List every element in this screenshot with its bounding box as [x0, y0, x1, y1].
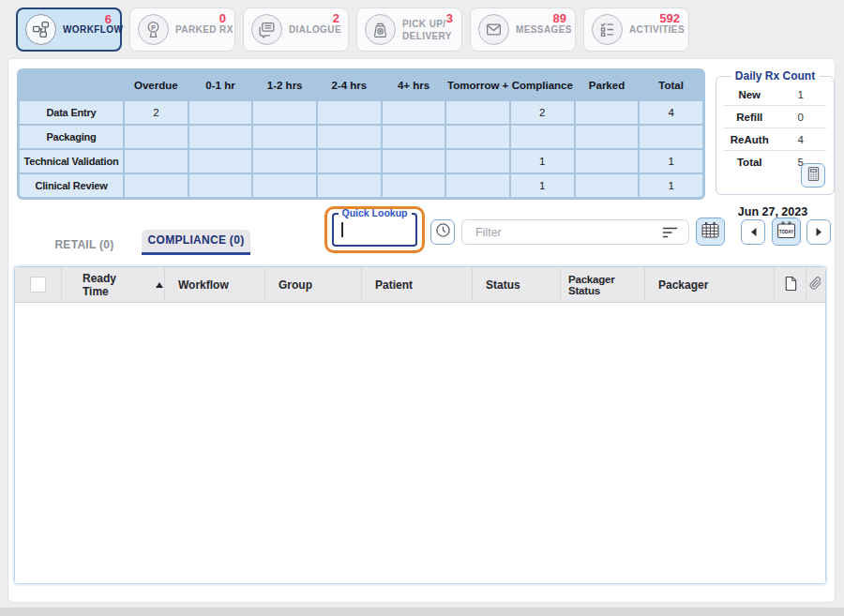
nav-workflow-label: WORKFLOW [63, 23, 123, 36]
summary-cell: 1 [640, 174, 702, 197]
summary-cell [253, 101, 316, 124]
summary-row-label: Data Entry [20, 101, 123, 124]
summary-cell [318, 174, 381, 197]
summary-col-compliance: Compliance [511, 71, 574, 99]
summary-cell: 2 [511, 101, 574, 124]
daily-rx-value: 4 [776, 134, 827, 145]
nav-workflow-button[interactable]: 6 WORKFLOW [16, 8, 122, 52]
col-group[interactable]: Group [265, 267, 362, 302]
today-calendar-icon: TODAY [776, 220, 797, 244]
quick-lookup-input[interactable] [334, 215, 415, 245]
filter-icon[interactable] [662, 227, 688, 238]
summary-cell [125, 174, 188, 197]
summary-cell: 1 [511, 174, 574, 197]
summary-col-tomorrow: Tomorrow + [446, 71, 509, 99]
summary-col-4plus-hrs: 4+ hrs [383, 71, 445, 99]
grid-body [15, 303, 825, 584]
summary-cell [253, 150, 316, 173]
paperclip-icon [809, 277, 822, 293]
summary-cell [576, 150, 639, 173]
select-all-cell [15, 267, 62, 302]
sort-ascending-icon [155, 281, 164, 289]
summary-cell [383, 174, 445, 197]
summary-cell [576, 126, 639, 148]
summary-cell [189, 174, 252, 197]
summary-cell [125, 126, 188, 148]
summary-col-parked: Parked [576, 71, 639, 99]
calculator-icon [806, 166, 821, 186]
col-status[interactable]: Status [473, 267, 561, 302]
summary-cell [446, 101, 509, 124]
nav-activities-button[interactable]: 592 ACTIVITIES [583, 8, 689, 52]
parked-rx-badge: 0 [219, 11, 226, 25]
summary-cell [189, 150, 252, 173]
col-attachments [806, 267, 825, 302]
summary-cell [253, 126, 316, 148]
summary-cell [383, 101, 445, 124]
summary-cell [318, 101, 381, 124]
nav-pickup-delivery-button[interactable]: 3 PICK UP/ DELIVERY [356, 8, 462, 52]
workflow-icon [25, 14, 56, 45]
tab-retail[interactable]: RETAIL (0) [34, 234, 135, 255]
daily-rx-label: New [724, 89, 776, 100]
summary-cell: 1 [511, 150, 574, 173]
previous-day-button[interactable] [741, 219, 765, 245]
summary-cell [511, 126, 574, 148]
daily-rx-row-reauth: ReAuth 4 [724, 128, 826, 151]
nav-messages-button[interactable]: 89 MESSAGES [470, 8, 576, 52]
quick-lookup-field: Quick Lookup [332, 213, 417, 247]
filter-input[interactable] [462, 226, 662, 239]
summary-col-overdue: Overdue [125, 71, 188, 99]
summary-col-empty [20, 71, 123, 99]
summary-cell [640, 126, 702, 148]
app-window: { "top_nav": { "items": [ { "label": "WO… [0, 0, 844, 616]
today-button[interactable]: TODAY [772, 218, 801, 246]
daily-rx-label: Refill [724, 112, 776, 123]
daily-rx-label: ReAuth [724, 134, 776, 145]
recent-lookup-button[interactable] [430, 219, 455, 245]
document-icon [783, 276, 797, 294]
summary-cell: 1 [640, 150, 702, 173]
workflow-badge: 6 [105, 12, 112, 26]
activities-icon [592, 14, 623, 45]
daily-rx-row-refill: Refill 0 [724, 106, 826, 128]
summary-cell [446, 150, 509, 173]
col-workflow[interactable]: Workflow [165, 267, 265, 302]
nav-dialogue-button[interactable]: 2 DIALOGUE [243, 8, 349, 52]
summary-cell [125, 150, 188, 173]
summary-cell: 4 [640, 101, 702, 124]
daily-rx-count-title: Daily Rx Count [731, 69, 820, 83]
summary-cell [446, 174, 509, 197]
summary-col-0-1hr: 0-1 hr [189, 71, 252, 99]
col-packager-status[interactable]: Packager Status [561, 267, 645, 302]
tab-compliance[interactable]: COMPLIANCE (0) [142, 230, 250, 255]
col-patient[interactable]: Patient [362, 267, 473, 302]
pickup-delivery-badge: 3 [446, 11, 453, 25]
grid-header: Ready Time Workflow Group Patient Status… [15, 267, 825, 303]
col-packager[interactable]: Packager [645, 267, 775, 302]
summary-cell [318, 150, 381, 173]
schedule-view-button[interactable] [696, 218, 725, 246]
main-panel: Overdue 0-1 hr 1-2 hrs 2-4 hrs 4+ hrs To… [8, 58, 836, 603]
summary-col-1-2hrs: 1-2 hrs [253, 71, 316, 99]
daily-rx-row-new: New 1 [724, 83, 826, 106]
select-all-checkbox[interactable] [30, 277, 46, 293]
col-ready-time[interactable]: Ready Time [62, 267, 165, 302]
summary-col-2-4hrs: 2-4 hrs [318, 71, 381, 99]
page-footer [0, 608, 844, 616]
daily-rx-label: Total [724, 157, 776, 168]
top-nav: 6 WORKFLOW 0 P PARKED RX 2 DIALOGUE [16, 8, 689, 52]
work-queue-grid: Ready Time Workflow Group Patient Status… [14, 266, 826, 584]
chevron-left-icon [749, 224, 758, 241]
next-day-button[interactable] [806, 219, 831, 245]
summary-cell [383, 150, 445, 173]
clock-icon [435, 222, 451, 242]
summary-row-label: Technical Validation [20, 150, 123, 173]
col-notes [775, 267, 806, 302]
summary-row-label: Packaging [20, 126, 123, 148]
calculator-button[interactable] [801, 163, 825, 188]
summary-cell [189, 126, 252, 148]
chevron-right-icon [815, 224, 823, 241]
nav-parked-rx-button[interactable]: 0 P PARKED RX [129, 8, 235, 52]
daily-rx-value: 1 [776, 89, 827, 100]
